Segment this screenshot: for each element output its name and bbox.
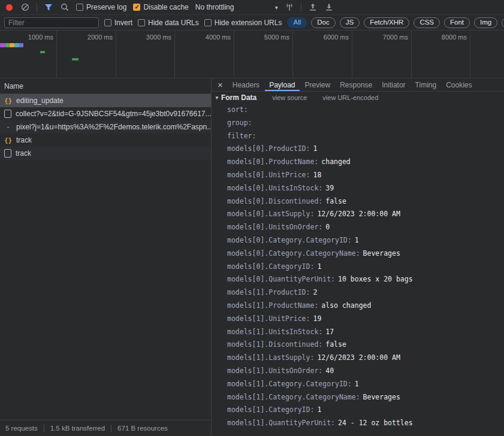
request-list: {} editing_update collect?v=2&tid=G-9JSN… [0, 94, 211, 420]
search-icon [61, 3, 69, 11]
payload-key: sort: [227, 105, 248, 114]
json-request-icon: {} [4, 137, 12, 144]
devtools-network-panel: Preserve log Disable cache No throttling… [0, 0, 504, 436]
overview-request-bar [72, 58, 79, 60]
tab-payload[interactable]: Payload [265, 78, 299, 91]
payload-entry: models[1].ProductID:2 [227, 286, 504, 299]
payload-value: 12/6/2023 2:00:00 AM [317, 353, 400, 362]
request-name: track [16, 149, 31, 158]
payload-entry: filter: [227, 130, 504, 143]
timeline-tick-label: 3000 ms [121, 31, 175, 78]
clear-button[interactable] [20, 2, 30, 13]
invert-checkbox[interactable]: Invert [104, 19, 132, 27]
network-filter-bar: Invert Hide data URLs Hide extension URL… [0, 15, 504, 31]
overview-request-bar [10, 43, 14, 47]
payload-key: models[0].Category.CategoryName: [227, 249, 360, 258]
request-name: editing_update [16, 96, 64, 105]
tab-headers[interactable]: Headers [228, 78, 264, 91]
filter-type-chip[interactable]: Fetch/XHR [364, 17, 409, 28]
record-button[interactable] [4, 2, 14, 13]
payload-value: 12/6/2023 2:00:00 AM [317, 210, 400, 218]
payload-value: 0 [325, 223, 330, 231]
document-request-icon [4, 110, 11, 118]
resources-size: 671 B resources [117, 425, 168, 432]
disable-cache-checkbox[interactable]: Disable cache [133, 3, 188, 11]
document-request-icon [4, 149, 11, 158]
filter-type-chip[interactable]: Media [502, 17, 504, 28]
view-source-link[interactable]: view source [272, 94, 307, 101]
payload-entry: models[0].Category.CategoryName:Beverage… [227, 247, 504, 261]
payload-value: 1 [317, 405, 321, 414]
overview-request-bar [5, 43, 10, 47]
overview-request-bar [0, 43, 5, 47]
filter-type-chip[interactable]: Font [444, 17, 470, 28]
payload-entry: models[0].Category.CategoryID:1 [227, 234, 504, 247]
request-row[interactable]: {} editing_update [0, 94, 211, 107]
request-row[interactable]: {} track [0, 134, 211, 147]
payload-value: 2 [313, 288, 317, 296]
name-column-header[interactable]: Name [0, 78, 211, 94]
filter-type-chip[interactable]: JS [340, 17, 360, 28]
payload-key: models[0].UnitsInStock: [227, 184, 322, 192]
clear-icon [21, 3, 29, 11]
invert-label: Invert [114, 19, 132, 27]
payload-entry: group: [227, 117, 504, 130]
filter-type-chip[interactable]: All [287, 17, 307, 28]
network-main: Name {} editing_update collect?v=2&tid=G… [0, 78, 504, 436]
payload-value: false [325, 197, 346, 205]
payload-entry: models[1].CategoryID:1 [227, 404, 504, 417]
payload-value: Beverages [363, 393, 400, 401]
filter-type-chip[interactable]: CSS [414, 17, 440, 28]
filter-input[interactable] [4, 17, 99, 28]
payload-value: 10 boxes x 20 bags [338, 275, 413, 283]
record-icon [6, 4, 13, 11]
toolbar-divider [37, 3, 37, 12]
filter-type-chip[interactable]: Img [474, 17, 497, 28]
payload-value: 39 [325, 184, 334, 192]
request-name: collect?v=2&tid=G-9JSNBCSF54&gtm=45je3bt… [16, 110, 211, 118]
payload-entry: models[0].QuantityPerUnit:10 boxes x 20 … [227, 273, 504, 286]
preserve-log-checkbox[interactable]: Preserve log [76, 3, 126, 11]
filter-toggle-button[interactable] [44, 2, 53, 13]
request-row[interactable]: collect?v=2&tid=G-9JSNBCSF54&gtm=45je3bt… [0, 107, 211, 120]
payload-key: models[1].UnitPrice: [227, 314, 310, 323]
payload-entry: models[0].UnitPrice:18 [227, 169, 504, 182]
throttling-select[interactable]: No throttling ▾ [195, 3, 278, 11]
payload-value: false [325, 340, 346, 349]
timeline-tick-label: 5000 ms [239, 31, 293, 78]
hide-extension-urls-checkbox[interactable]: Hide extension URLs [204, 19, 282, 27]
disable-cache-label: Disable cache [143, 3, 188, 11]
tab-preview[interactable]: Preview [301, 78, 335, 91]
export-har-button[interactable] [324, 2, 334, 13]
json-request-icon: {} [4, 97, 12, 105]
filter-type-chip[interactable]: Doc [311, 17, 335, 28]
tab-initiator[interactable]: Initiator [378, 78, 409, 91]
overview-request-bar [14, 43, 19, 47]
payload-key: models[1].LastSupply: [227, 353, 314, 362]
request-row[interactable]: - pixel?j=1&u=https%3A%2F%2Fdemos.teleri… [0, 120, 211, 134]
payload-key: models[1].ProductName: [227, 301, 318, 310]
import-har-button[interactable] [308, 2, 318, 13]
payload-entry: models[1].LastSupply:12/6/2023 2:00:00 A… [227, 352, 504, 365]
overview-request-bar [40, 51, 45, 53]
payload-key: models[0].QuantityPerUnit: [227, 275, 335, 283]
view-url-encoded-link[interactable]: view URL-encoded [322, 94, 378, 101]
network-toolbar: Preserve log Disable cache No throttling… [0, 0, 504, 15]
payload-key: models[1].ProductID: [227, 288, 310, 296]
form-data-header: ▼ Form Data view source view URL-encoded [212, 92, 504, 104]
tab-timing[interactable]: Timing [411, 78, 441, 91]
disclosure-triangle-icon[interactable]: ▼ [215, 95, 219, 101]
close-detail-button[interactable]: × [213, 78, 227, 91]
funnel-icon [44, 4, 53, 11]
network-conditions-button[interactable] [285, 2, 294, 13]
hide-data-urls-checkbox[interactable]: Hide data URLs [138, 19, 199, 27]
timeline-overview[interactable]: 1000 ms2000 ms3000 ms4000 ms5000 ms6000 … [0, 31, 504, 78]
tab-response[interactable]: Response [336, 78, 376, 91]
checkbox-checked-icon [133, 4, 140, 11]
tab-cookies[interactable]: Cookies [442, 78, 476, 91]
payload-key: models[0].Category.CategoryID: [227, 236, 352, 244]
payload-entry: models[1].UnitsOnOrder:40 [227, 365, 504, 378]
search-button[interactable] [60, 2, 70, 13]
checkbox-unchecked-icon [104, 19, 111, 26]
request-row[interactable]: track [0, 147, 211, 160]
